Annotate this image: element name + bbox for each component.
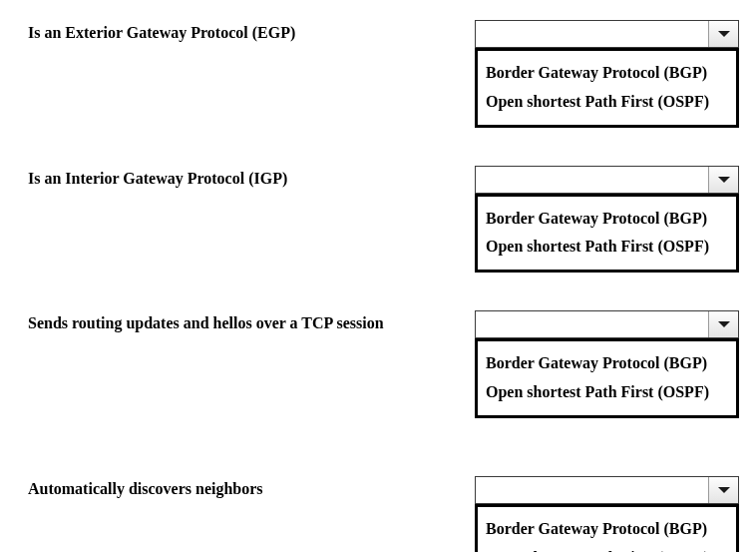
protocol-select[interactable] (475, 476, 739, 504)
chevron-down-icon (717, 486, 731, 494)
svg-marker-1 (718, 177, 730, 183)
question-prompt: Is an Interior Gateway Protocol (IGP) (28, 166, 475, 188)
answer-column: Border Gateway Protocol (BGP) Open short… (475, 166, 739, 274)
option-item[interactable]: Border Gateway Protocol (BGP) (486, 515, 728, 544)
svg-marker-2 (718, 321, 730, 327)
option-item[interactable]: Border Gateway Protocol (BGP) (486, 205, 728, 234)
select-value (476, 167, 708, 193)
options-list: Border Gateway Protocol (BGP) Open short… (475, 504, 739, 552)
select-value (476, 311, 708, 337)
dropdown-button[interactable] (708, 311, 738, 337)
svg-marker-0 (718, 31, 730, 37)
dropdown-button[interactable] (708, 21, 738, 47)
question-row: Is an Interior Gateway Protocol (IGP) Bo… (28, 166, 736, 274)
option-item[interactable]: Open shortest Path First (OSPF) (486, 544, 728, 552)
protocol-select[interactable] (475, 166, 739, 194)
protocol-select[interactable] (475, 310, 739, 338)
option-item[interactable]: Open shortest Path First (OSPF) (486, 88, 728, 117)
question-row: Automatically discovers neighbors Border… (28, 476, 736, 552)
question-prompt: Automatically discovers neighbors (28, 476, 475, 498)
protocol-select[interactable] (475, 20, 739, 48)
option-item[interactable]: Border Gateway Protocol (BGP) (486, 349, 728, 378)
select-value (476, 477, 708, 503)
option-item[interactable]: Open shortest Path First (OSPF) (486, 233, 728, 262)
question-prompt: Is an Exterior Gateway Protocol (EGP) (28, 20, 475, 42)
svg-marker-3 (718, 487, 730, 493)
select-value (476, 21, 708, 47)
answer-column: Border Gateway Protocol (BGP) Open short… (475, 20, 739, 128)
answer-column: Border Gateway Protocol (BGP) Open short… (475, 310, 739, 418)
option-item[interactable]: Border Gateway Protocol (BGP) (486, 59, 728, 88)
options-list: Border Gateway Protocol (BGP) Open short… (475, 48, 739, 128)
dropdown-button[interactable] (708, 477, 738, 503)
question-prompt: Sends routing updates and hellos over a … (28, 310, 475, 332)
options-list: Border Gateway Protocol (BGP) Open short… (475, 338, 739, 418)
chevron-down-icon (717, 320, 731, 328)
options-list: Border Gateway Protocol (BGP) Open short… (475, 194, 739, 274)
option-item[interactable]: Open shortest Path First (OSPF) (486, 378, 728, 407)
chevron-down-icon (717, 30, 731, 38)
question-row: Is an Exterior Gateway Protocol (EGP) Bo… (28, 20, 736, 128)
dropdown-button[interactable] (708, 167, 738, 193)
answer-column: Border Gateway Protocol (BGP) Open short… (475, 476, 739, 552)
chevron-down-icon (717, 176, 731, 184)
question-row: Sends routing updates and hellos over a … (28, 310, 736, 418)
